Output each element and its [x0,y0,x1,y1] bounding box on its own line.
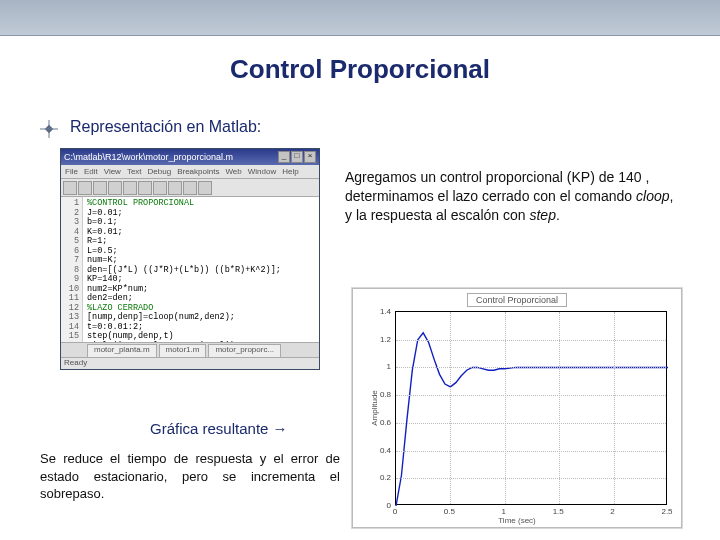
code-lines: %CONTROL PROPORCIONALJ=0.01;b=0.1;K=0.01… [83,197,281,342]
chart-title: Control Proporcional [467,293,567,307]
file-tab[interactable]: motor_proporc... [208,344,281,357]
y-axis-label: Amplitude [370,390,379,426]
response-chart: Control Proporcional Amplitude Time (sec… [352,288,682,528]
header-bar [0,0,720,36]
y-tick: 1.2 [380,334,391,343]
x-tick: 1.5 [553,507,564,516]
file-tabs[interactable]: motor_planta.mmotor1.mmotor_proporc... [61,343,319,357]
x-axis-label: Time (sec) [498,516,535,525]
maximize-icon[interactable]: □ [291,151,303,163]
x-tick: 2 [610,507,614,516]
toolbar[interactable] [61,179,319,197]
menu-item[interactable]: Breakpoints [177,167,219,176]
window-titlebar: C:\matlab\R12\work\motor_proporcional.m … [61,149,319,165]
y-tick: 1.4 [380,307,391,316]
y-tick: 0.8 [380,390,391,399]
window-buttons: _ □ × [278,151,316,163]
menu-bar[interactable]: FileEditViewTextDebugBreakpointsWebWindo… [61,165,319,179]
x-tick: 1 [502,507,506,516]
window-path: C:\matlab\R12\work\motor_proporcional.m [64,152,233,162]
x-tick: 0.5 [444,507,455,516]
file-tab[interactable]: motor1.m [159,344,207,357]
menu-item[interactable]: Debug [148,167,172,176]
close-icon[interactable]: × [304,151,316,163]
arrow-icon: → [273,420,288,437]
menu-item[interactable]: Help [282,167,298,176]
bullet-icon [40,120,58,138]
y-tick: 0.6 [380,417,391,426]
status-bar: Ready [61,357,319,369]
x-tick: 2.5 [661,507,672,516]
menu-item[interactable]: File [65,167,78,176]
desc-part: Agregamos un control proporcional (KP) d… [345,169,649,204]
desc-cmd: cloop [636,188,669,204]
subtitle: Representación en Matlab: [70,118,261,136]
line-gutter: 12345678910111213141516 [61,197,83,342]
y-tick: 1 [387,362,391,371]
minimize-icon[interactable]: _ [278,151,290,163]
code-area: 12345678910111213141516 %CONTROL PROPORC… [61,197,319,343]
step-curve [396,312,666,504]
page-title: Control Proporcional [0,54,720,85]
plot-area [395,311,667,505]
description-text: Agregamos un control proporcional (KP) d… [345,168,680,225]
conclusion-text: Se reduce el tiempo de respuesta y el er… [40,450,340,503]
menu-item[interactable]: Window [248,167,276,176]
x-tick: 0 [393,507,397,516]
y-tick: 0.2 [380,473,391,482]
caption-text: Gráfica resultante [150,420,268,437]
menu-item[interactable]: Edit [84,167,98,176]
y-tick: 0.4 [380,445,391,454]
desc-part: . [556,207,560,223]
desc-cmd: step [529,207,555,223]
chart-caption: Gráfica resultante → [150,420,288,437]
file-tab[interactable]: motor_planta.m [87,344,157,357]
menu-item[interactable]: Web [225,167,241,176]
menu-item[interactable]: Text [127,167,142,176]
status-text: Ready [64,358,87,369]
y-tick: 0 [387,501,391,510]
menu-item[interactable]: View [104,167,121,176]
matlab-editor-window: C:\matlab\R12\work\motor_proporcional.m … [60,148,320,370]
